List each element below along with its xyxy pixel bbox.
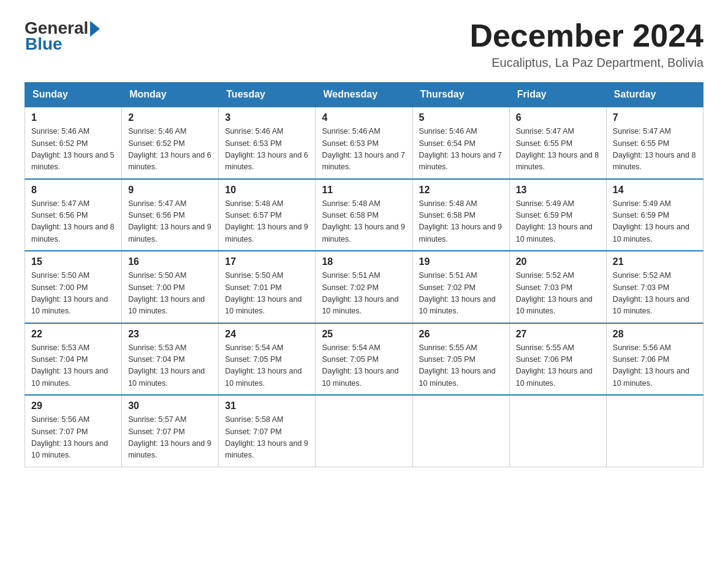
day-number: 9 xyxy=(128,185,212,196)
day-number: 8 xyxy=(31,185,115,196)
day-info: Sunrise: 5:56 AMSunset: 7:06 PMDaylight:… xyxy=(613,342,697,390)
day-cell xyxy=(606,395,703,467)
day-cell xyxy=(412,395,509,467)
day-number: 10 xyxy=(225,185,309,196)
day-number: 11 xyxy=(322,185,406,196)
day-number: 21 xyxy=(613,256,697,267)
day-number: 6 xyxy=(516,112,600,123)
day-cell: 2Sunrise: 5:46 AMSunset: 6:52 PMDaylight… xyxy=(122,107,219,179)
day-cell: 12Sunrise: 5:48 AMSunset: 6:58 PMDayligh… xyxy=(412,179,509,251)
day-cell: 15Sunrise: 5:50 AMSunset: 7:00 PMDayligh… xyxy=(25,251,122,323)
location-title: Eucaliptus, La Paz Department, Bolivia xyxy=(469,56,703,70)
day-cell: 8Sunrise: 5:47 AMSunset: 6:56 PMDaylight… xyxy=(25,179,122,251)
day-cell: 30Sunrise: 5:57 AMSunset: 7:07 PMDayligh… xyxy=(122,395,219,467)
day-cell: 23Sunrise: 5:53 AMSunset: 7:04 PMDayligh… xyxy=(122,323,219,396)
day-cell: 21Sunrise: 5:52 AMSunset: 7:03 PMDayligh… xyxy=(606,251,703,323)
day-info: Sunrise: 5:50 AMSunset: 7:01 PMDaylight:… xyxy=(225,270,309,318)
day-info: Sunrise: 5:48 AMSunset: 6:57 PMDaylight:… xyxy=(225,198,309,246)
day-info: Sunrise: 5:47 AMSunset: 6:55 PMDaylight:… xyxy=(613,126,697,174)
day-cell: 13Sunrise: 5:49 AMSunset: 6:59 PMDayligh… xyxy=(509,179,606,251)
day-info: Sunrise: 5:55 AMSunset: 7:05 PMDaylight:… xyxy=(419,342,503,390)
day-info: Sunrise: 5:46 AMSunset: 6:52 PMDaylight:… xyxy=(31,126,115,174)
day-info: Sunrise: 5:51 AMSunset: 7:02 PMDaylight:… xyxy=(419,270,503,318)
day-info: Sunrise: 5:48 AMSunset: 6:58 PMDaylight:… xyxy=(322,198,406,246)
day-cell: 16Sunrise: 5:50 AMSunset: 7:00 PMDayligh… xyxy=(122,251,219,323)
day-info: Sunrise: 5:58 AMSunset: 7:07 PMDaylight:… xyxy=(225,414,309,462)
day-info: Sunrise: 5:46 AMSunset: 6:54 PMDaylight:… xyxy=(419,126,503,174)
day-cell: 7Sunrise: 5:47 AMSunset: 6:55 PMDaylight… xyxy=(606,107,703,179)
day-cell: 11Sunrise: 5:48 AMSunset: 6:58 PMDayligh… xyxy=(316,179,412,251)
col-saturday: Saturday xyxy=(606,83,703,107)
week-row-5: 29Sunrise: 5:56 AMSunset: 7:07 PMDayligh… xyxy=(25,395,703,467)
day-number: 19 xyxy=(419,256,503,267)
day-info: Sunrise: 5:49 AMSunset: 6:59 PMDaylight:… xyxy=(613,198,697,246)
day-number: 15 xyxy=(31,256,115,267)
day-info: Sunrise: 5:48 AMSunset: 6:58 PMDaylight:… xyxy=(419,198,503,246)
day-number: 23 xyxy=(128,329,212,340)
day-info: Sunrise: 5:50 AMSunset: 7:00 PMDaylight:… xyxy=(31,270,115,318)
day-cell: 10Sunrise: 5:48 AMSunset: 6:57 PMDayligh… xyxy=(219,179,316,251)
day-cell: 27Sunrise: 5:55 AMSunset: 7:06 PMDayligh… xyxy=(509,323,606,396)
day-number: 18 xyxy=(322,256,406,267)
day-number: 26 xyxy=(419,329,503,340)
day-number: 24 xyxy=(225,329,309,340)
day-cell: 29Sunrise: 5:56 AMSunset: 7:07 PMDayligh… xyxy=(25,395,122,467)
day-info: Sunrise: 5:46 AMSunset: 6:52 PMDaylight:… xyxy=(128,126,212,174)
day-cell: 20Sunrise: 5:52 AMSunset: 7:03 PMDayligh… xyxy=(509,251,606,323)
day-info: Sunrise: 5:47 AMSunset: 6:55 PMDaylight:… xyxy=(516,126,600,174)
day-cell xyxy=(509,395,606,467)
day-cell: 31Sunrise: 5:58 AMSunset: 7:07 PMDayligh… xyxy=(219,395,316,467)
day-number: 30 xyxy=(128,400,212,412)
day-cell: 19Sunrise: 5:51 AMSunset: 7:02 PMDayligh… xyxy=(412,251,509,323)
day-number: 27 xyxy=(516,329,600,340)
col-tuesday: Tuesday xyxy=(219,83,316,107)
day-cell xyxy=(316,395,412,467)
day-cell: 18Sunrise: 5:51 AMSunset: 7:02 PMDayligh… xyxy=(316,251,412,323)
header-row: Sunday Monday Tuesday Wednesday Thursday… xyxy=(25,83,703,107)
day-cell: 17Sunrise: 5:50 AMSunset: 7:01 PMDayligh… xyxy=(219,251,316,323)
day-info: Sunrise: 5:50 AMSunset: 7:00 PMDaylight:… xyxy=(128,270,212,318)
week-row-2: 8Sunrise: 5:47 AMSunset: 6:56 PMDaylight… xyxy=(25,179,703,251)
day-info: Sunrise: 5:46 AMSunset: 6:53 PMDaylight:… xyxy=(322,126,406,174)
day-info: Sunrise: 5:54 AMSunset: 7:05 PMDaylight:… xyxy=(322,342,406,390)
day-info: Sunrise: 5:53 AMSunset: 7:04 PMDaylight:… xyxy=(128,342,212,390)
page-header: General Blue December 2024 Eucaliptus, L… xyxy=(25,18,703,70)
day-info: Sunrise: 5:52 AMSunset: 7:03 PMDaylight:… xyxy=(613,270,697,318)
logo-blue-text: Blue xyxy=(25,34,63,54)
day-number: 20 xyxy=(516,256,600,267)
day-cell: 25Sunrise: 5:54 AMSunset: 7:05 PMDayligh… xyxy=(316,323,412,396)
day-info: Sunrise: 5:55 AMSunset: 7:06 PMDaylight:… xyxy=(516,342,600,390)
day-number: 5 xyxy=(419,112,503,123)
day-info: Sunrise: 5:51 AMSunset: 7:02 PMDaylight:… xyxy=(322,270,406,318)
calendar-table: Sunday Monday Tuesday Wednesday Thursday… xyxy=(25,82,703,467)
month-title: December 2024 xyxy=(469,18,703,53)
day-info: Sunrise: 5:52 AMSunset: 7:03 PMDaylight:… xyxy=(516,270,600,318)
day-number: 1 xyxy=(31,112,115,123)
day-info: Sunrise: 5:54 AMSunset: 7:05 PMDaylight:… xyxy=(225,342,309,390)
day-cell: 26Sunrise: 5:55 AMSunset: 7:05 PMDayligh… xyxy=(412,323,509,396)
col-monday: Monday xyxy=(122,83,219,107)
day-cell: 9Sunrise: 5:47 AMSunset: 6:56 PMDaylight… xyxy=(122,179,219,251)
day-cell: 28Sunrise: 5:56 AMSunset: 7:06 PMDayligh… xyxy=(606,323,703,396)
day-cell: 3Sunrise: 5:46 AMSunset: 6:53 PMDaylight… xyxy=(219,107,316,179)
day-cell: 1Sunrise: 5:46 AMSunset: 6:52 PMDaylight… xyxy=(25,107,122,179)
title-section: December 2024 Eucaliptus, La Paz Departm… xyxy=(469,18,703,70)
day-number: 17 xyxy=(225,256,309,267)
day-info: Sunrise: 5:49 AMSunset: 6:59 PMDaylight:… xyxy=(516,198,600,246)
day-cell: 14Sunrise: 5:49 AMSunset: 6:59 PMDayligh… xyxy=(606,179,703,251)
day-info: Sunrise: 5:46 AMSunset: 6:53 PMDaylight:… xyxy=(225,126,309,174)
day-number: 14 xyxy=(613,185,697,196)
col-sunday: Sunday xyxy=(25,83,122,107)
week-row-4: 22Sunrise: 5:53 AMSunset: 7:04 PMDayligh… xyxy=(25,323,703,396)
day-info: Sunrise: 5:53 AMSunset: 7:04 PMDaylight:… xyxy=(31,342,115,390)
week-row-1: 1Sunrise: 5:46 AMSunset: 6:52 PMDaylight… xyxy=(25,107,703,179)
day-cell: 24Sunrise: 5:54 AMSunset: 7:05 PMDayligh… xyxy=(219,323,316,396)
col-thursday: Thursday xyxy=(412,83,509,107)
day-number: 3 xyxy=(225,112,309,123)
logo-arrow-icon xyxy=(90,21,100,37)
day-info: Sunrise: 5:47 AMSunset: 6:56 PMDaylight:… xyxy=(128,198,212,246)
day-number: 2 xyxy=(128,112,212,123)
day-number: 22 xyxy=(31,329,115,340)
day-number: 28 xyxy=(613,329,697,340)
day-number: 29 xyxy=(31,400,115,412)
